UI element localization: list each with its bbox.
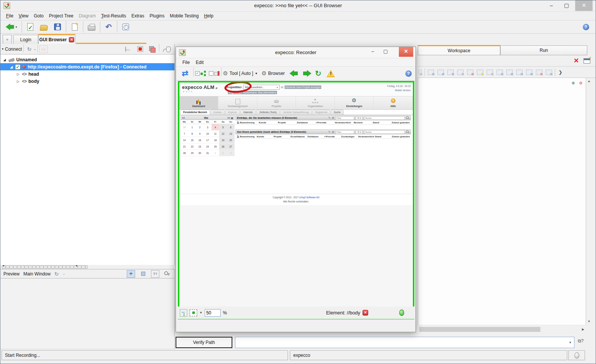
nav-item[interactable]: Organisation	[296, 96, 335, 109]
recorder-menu-file[interactable]: File	[180, 59, 192, 66]
alm-tab[interactable]: Kalender	[240, 110, 256, 115]
column-header[interactable]: Stand	[373, 121, 391, 124]
calendar-day-cell[interactable]: 28	[181, 150, 188, 156]
exept-link[interactable]: eXept Software AG	[299, 196, 320, 199]
calendar-day-cell[interactable]: 23	[196, 143, 204, 150]
save-button[interactable]	[51, 21, 64, 33]
search-icon[interactable]	[406, 130, 409, 134]
pin-add-icon[interactable]: ⊕	[572, 81, 575, 85]
calendar-day-cell[interactable]: 4	[212, 124, 219, 131]
menu-item[interactable]: View	[16, 12, 31, 19]
calendar-day-cell[interactable]: 1	[188, 124, 196, 131]
menu-icon[interactable]: ☰	[332, 131, 334, 134]
scroll-down-icon[interactable]: ▼	[586, 320, 592, 323]
page-add-icon[interactable]	[437, 70, 444, 75]
column-header[interactable]: Zuständiger	[341, 135, 357, 138]
navigate-back-button[interactable]	[289, 70, 299, 77]
alm-tab[interactable]: Diagramme	[312, 110, 331, 115]
scrollbar-thumb[interactable]	[419, 327, 540, 332]
warning-icon[interactable]	[327, 70, 335, 77]
tab-run[interactable]: Run	[500, 45, 587, 55]
connector-query-icon[interactable]	[546, 70, 552, 75]
connection-help-icon[interactable]: ⧉?	[578, 338, 584, 344]
delete-step-icon[interactable]	[467, 70, 473, 75]
block-join-icon[interactable]	[516, 70, 523, 75]
gear-step-icon[interactable]	[457, 70, 464, 75]
recorder-maximize-button[interactable]: ▢	[380, 47, 391, 57]
menu-item[interactable]: Test-Results	[98, 12, 129, 19]
expand-icon[interactable]: ◢	[9, 65, 13, 69]
add-tab-button[interactable]: +	[3, 35, 12, 44]
tab-login[interactable]: Login	[13, 35, 38, 44]
refresh-button[interactable]: ↻	[25, 45, 34, 53]
calendar-icon[interactable]: ▦	[231, 117, 233, 119]
lightning-step-icon[interactable]	[477, 70, 483, 75]
clear-workspace-icon[interactable]: ✕	[574, 57, 579, 65]
calendar-day-cell[interactable]: 6	[227, 124, 235, 131]
calendar-day-cell[interactable]: 22	[188, 143, 196, 150]
tool-selector[interactable]: ⚙ Tool [ Auto ] ▼	[223, 70, 258, 77]
block-start-icon[interactable]	[496, 70, 503, 75]
menu-item[interactable]: Goto	[31, 12, 46, 19]
connect-button[interactable]: ▾Connect	[2, 47, 22, 52]
reload-page-button[interactable]: ↻	[315, 69, 322, 78]
tree-row-root[interactable]: ◢ Unnamed	[0, 56, 174, 63]
column-header[interactable]: Projekt	[278, 121, 296, 124]
calendar-day-cell[interactable]: 16	[196, 137, 204, 143]
todo-search-input[interactable]	[364, 116, 405, 120]
forward-icon[interactable]	[447, 70, 454, 75]
mouse-record-icon[interactable]	[163, 46, 171, 53]
block-loop-icon[interactable]	[526, 70, 532, 75]
main-window-selector[interactable]: Main Window	[23, 271, 51, 277]
collapse-icon[interactable]: ▷	[16, 72, 20, 76]
calendar-next-button[interactable]: >>	[227, 117, 230, 119]
column-header[interactable]: Stand	[375, 135, 391, 138]
collapse-icon[interactable]: ▷	[16, 79, 20, 83]
sync-button[interactable]: ⇄	[178, 68, 192, 79]
workspace-canvas[interactable]: ⊕ ⊖	[418, 78, 585, 325]
calendar-day-cell[interactable]: 5	[219, 124, 227, 131]
tab-close-icon[interactable]: ✕	[69, 37, 74, 42]
menu-item[interactable]: File	[3, 12, 16, 19]
calendar-day-cell[interactable]: 15	[188, 137, 196, 143]
alm-tab[interactable]: Zeitleiste (Tests)	[256, 110, 280, 115]
version-line[interactable]: Mobile Version	[395, 89, 411, 92]
calendar-day-cell[interactable]: 17	[204, 137, 211, 143]
text-inspect-button[interactable]: T?	[151, 270, 159, 278]
recorder-close-button[interactable]: ✕	[399, 47, 413, 57]
combo-dropdown-icon[interactable]: ▼	[569, 341, 572, 344]
column-header[interactable]: Zuletzt geändert	[392, 135, 410, 138]
column-header[interactable]: Bezeichnung	[240, 121, 258, 124]
pick-element-button[interactable]: ✛	[127, 270, 135, 278]
calendar-day-cell[interactable]: 2	[219, 150, 227, 156]
column-header[interactable]: Kunde	[259, 121, 277, 124]
maximize-button[interactable]: ▢	[559, 0, 574, 11]
column-header[interactable]: Besitzer	[354, 121, 372, 124]
recorder-menu-edit[interactable]: Edit	[193, 59, 206, 66]
calendar-day-cell[interactable]: 11	[212, 131, 219, 137]
reported-filter-input[interactable]	[335, 130, 354, 134]
nav-item[interactable]: Testmanagement	[218, 96, 257, 109]
calendar-day-cell[interactable]: 24	[204, 143, 211, 150]
search-icon[interactable]	[406, 116, 409, 120]
edit-icon[interactable]: ✎	[328, 117, 331, 120]
alm-tab[interactable]: Persönlicher Bereich	[180, 110, 210, 115]
record-button[interactable]: REC	[125, 47, 131, 52]
tree-row-head[interactable]: ▷ <> head	[0, 70, 174, 78]
recorder-minimize-button[interactable]: –	[367, 47, 378, 57]
zoom-dropdown-icon[interactable]: ▼	[199, 311, 202, 314]
calendar-day-cell[interactable]: 10	[204, 131, 211, 137]
path-combo-input[interactable]: ▼	[235, 337, 574, 348]
column-header[interactable]: Verantwortlich	[335, 121, 353, 124]
column-header[interactable]: Kunde	[257, 135, 273, 138]
workspace-vertical-scrollbar[interactable]: ▲ ▼	[586, 78, 592, 325]
screenshot-button[interactable]	[39, 45, 48, 53]
zoom-percent-input[interactable]	[205, 309, 221, 317]
calendar-day-cell[interactable]: 27	[227, 143, 235, 150]
navigate-forward-button[interactable]	[302, 70, 311, 77]
edit-icon[interactable]: ✎	[328, 131, 331, 134]
stop-button[interactable]	[137, 46, 143, 52]
column-header[interactable]: Verantwortlich	[358, 135, 374, 138]
menu-item[interactable]: Extras	[129, 12, 147, 19]
close-button[interactable]: ✕	[575, 0, 593, 11]
